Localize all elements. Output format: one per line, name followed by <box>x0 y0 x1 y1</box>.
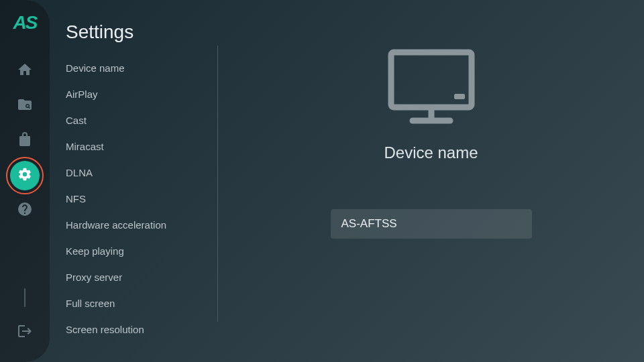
monitor-icon <box>384 47 478 130</box>
settings-item-device-name[interactable]: Device name <box>66 55 204 81</box>
nav-exit[interactable] <box>10 318 40 347</box>
settings-item-nfs[interactable]: NFS <box>66 186 204 212</box>
settings-item-dlna[interactable]: DLNA <box>66 160 204 186</box>
home-icon <box>17 62 33 80</box>
nav-home[interactable] <box>10 56 40 86</box>
svg-rect-5 <box>454 94 465 99</box>
nav-library[interactable] <box>10 91 40 121</box>
nav-settings[interactable] <box>10 161 40 190</box>
settings-panel: Settings Device name AirPlay Cast Miraca… <box>50 0 217 362</box>
nav-store[interactable] <box>10 126 40 156</box>
gear-icon <box>17 167 32 184</box>
shopping-bag-icon <box>17 131 33 150</box>
nav-help[interactable] <box>10 196 40 225</box>
settings-item-keep-playing[interactable]: Keep playing <box>66 238 204 264</box>
settings-item-miracast[interactable]: Miracast <box>66 133 204 160</box>
detail-title: Device name <box>384 143 478 162</box>
nav-divider <box>24 288 25 307</box>
settings-item-proxy[interactable]: Proxy server <box>66 264 204 290</box>
settings-title: Settings <box>66 21 204 43</box>
settings-item-fullscreen[interactable]: Full screen <box>66 290 204 316</box>
settings-item-resolution[interactable]: Screen resolution <box>66 316 204 343</box>
app-logo: AS <box>13 12 37 34</box>
settings-item-cast[interactable]: Cast <box>66 107 204 133</box>
logout-icon <box>17 323 33 342</box>
device-name-input[interactable]: AS-AFTSS <box>331 209 532 239</box>
settings-item-airplay[interactable]: AirPlay <box>66 81 204 107</box>
nav-rail: AS <box>0 0 50 362</box>
help-circle-icon <box>17 201 33 220</box>
settings-item-hardware-accel[interactable]: Hardware acceleration <box>66 212 204 238</box>
settings-list: Device name AirPlay Cast Miracast DLNA N… <box>66 55 204 343</box>
detail-panel: Device name AS-AFTSS <box>218 0 644 362</box>
folder-search-icon <box>17 97 33 115</box>
